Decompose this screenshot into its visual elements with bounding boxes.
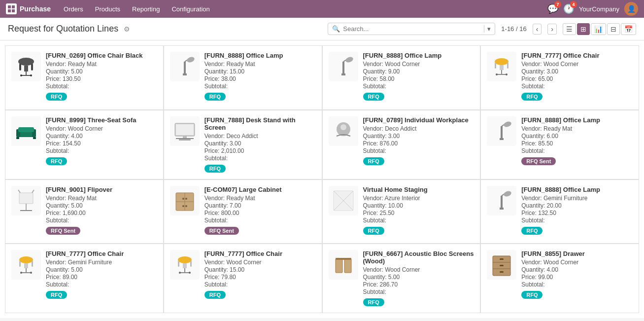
company-name[interactable]: YourCompany [579, 5, 619, 13]
search-bar: 🔍 ▾ [328, 23, 495, 35]
card-status-badge[interactable]: RFQ [46, 157, 67, 165]
nav-orders[interactable]: Orders [59, 2, 88, 16]
pagination-next-button[interactable]: › [547, 24, 557, 35]
product-card[interactable]: [E-COM07] Large Cabinet Vendor: Ready Ma… [164, 179, 322, 244]
card-body: [FURN_8888] Office Lamp Vendor: Gemini F… [521, 186, 633, 238]
card-vendor: Vendor: Azure Interior [363, 195, 475, 202]
product-card[interactable]: [FURN_7888] Desk Stand with Screen Vendo… [164, 110, 322, 179]
card-status-badge[interactable]: RFQ [521, 227, 542, 235]
nav-reporting[interactable]: Reporting [127, 2, 165, 16]
product-card[interactable]: [FURN_8855] Drawer Vendor: Wood Corner Q… [480, 244, 639, 313]
product-card[interactable]: [FURN_7777] Office Chair Vendor: Wood Co… [480, 45, 639, 110]
card-status-badge[interactable]: RFQ Sent [521, 157, 556, 165]
card-status-badge[interactable]: RFQ [204, 291, 226, 299]
card-status-badge[interactable]: RFQ [363, 298, 384, 306]
card-title: [FURN_0789] Individual Workplace [363, 116, 475, 124]
product-card[interactable]: [FURN_7777] Office Chair Vendor: Wood Co… [164, 244, 322, 313]
product-card[interactable]: [FURN_0269] Office Chair Black Vendor: R… [5, 45, 164, 110]
card-price: Price: 99.00 [521, 274, 633, 281]
card-subtotal: Subtotal: [204, 281, 316, 288]
card-vendor: Vendor: Ready Mat [204, 61, 316, 68]
messages-icon[interactable]: 💬 7 [547, 3, 558, 14]
card-subtotal: Subtotal: [204, 83, 316, 90]
svg-rect-70 [19, 261, 21, 267]
card-quantity: Quantity: 20.00 [521, 202, 633, 209]
card-status-badge[interactable]: RFQ [46, 291, 67, 299]
app-logo[interactable]: Purchase [6, 3, 51, 14]
card-price: Price: 58.00 [363, 75, 475, 82]
search-input[interactable] [343, 25, 484, 33]
svg-rect-82 [336, 258, 351, 260]
card-quantity: Quantity: 3.00 [204, 140, 316, 147]
nav-menu: Orders Products Reporting Configuration [59, 2, 547, 16]
svg-rect-80 [336, 259, 342, 273]
svg-rect-35 [176, 124, 194, 135]
product-card[interactable]: [FURN_8888] Office Lamp Vendor: Wood Cor… [322, 45, 481, 110]
product-card[interactable]: Virtual Home Staging Vendor: Azure Inter… [322, 179, 481, 244]
svg-rect-86 [500, 258, 504, 260]
sub-header: Request for Quotation Lines ⚙ 🔍 ▾ 1-16 /… [0, 18, 644, 40]
card-title: [FURN_8855] Drawer [521, 250, 633, 257]
card-status-badge[interactable]: RFQ [46, 93, 67, 101]
calendar-view-button[interactable]: 📅 [621, 23, 636, 35]
clock-icon[interactable]: 🕐 4 [563, 3, 574, 14]
card-status-badge[interactable]: RFQ Sent [204, 227, 239, 235]
product-card[interactable]: [FURN_8888] Office Lamp Vendor: Ready Ma… [164, 45, 322, 110]
card-title: Virtual Home Staging [363, 186, 475, 193]
table-view-button[interactable]: ⊟ [607, 23, 620, 35]
svg-rect-78 [178, 261, 179, 267]
product-card[interactable]: [FURN_0789] Individual Workplace Vendor:… [322, 110, 481, 179]
product-image [329, 186, 358, 215]
top-navigation: Purchase Orders Products Reporting Confi… [0, 0, 644, 18]
product-card[interactable]: [FURN_8888] Office Lamp Vendor: Gemini F… [480, 179, 639, 244]
pagination-prev-button[interactable]: ‹ [533, 24, 542, 35]
card-vendor: Vendor: Wood Corner [46, 125, 157, 132]
product-card[interactable]: [FURN_8888] Office Lamp Vendor: Ready Ma… [480, 110, 639, 179]
svg-point-55 [182, 205, 184, 207]
nav-configuration[interactable]: Configuration [167, 2, 214, 16]
card-status-badge[interactable]: RFQ [363, 93, 384, 101]
search-icon: 🔍 [332, 25, 340, 33]
product-card[interactable]: [FURN_6667] Acoustic Bloc Screens (Wood)… [322, 244, 481, 313]
card-quantity: Quantity: 15.00 [204, 68, 316, 75]
card-subtotal: Subtotal: [46, 217, 157, 224]
card-body: Virtual Home Staging Vendor: Azure Inter… [363, 186, 475, 238]
svg-rect-0 [8, 5, 11, 8]
svg-rect-13 [184, 62, 186, 74]
product-card[interactable]: [FURN_7777] Office Chair Vendor: Gemini … [5, 244, 164, 313]
card-subtotal: Subtotal: [521, 147, 633, 154]
user-avatar[interactable]: 👤 [624, 2, 638, 16]
nav-products[interactable]: Products [90, 2, 125, 16]
card-status-badge[interactable]: RFQ Sent [46, 227, 80, 235]
card-price: Price: 132.50 [521, 210, 633, 216]
product-image [170, 250, 200, 280]
svg-rect-42 [501, 126, 503, 139]
pagination-info: 1-16 / 16 [501, 25, 526, 33]
search-dropdown-button[interactable]: ▾ [484, 25, 491, 33]
svg-rect-17 [342, 62, 344, 74]
card-status-badge[interactable]: RFQ [521, 291, 542, 299]
card-body: [FURN_0789] Individual Workplace Vendor:… [363, 116, 475, 173]
svg-rect-2 [8, 9, 11, 12]
card-title: [FURN_0269] Office Chair Black [46, 52, 157, 59]
kanban-view-button[interactable]: ⊞ [577, 23, 590, 35]
card-status-badge[interactable]: RFQ [363, 157, 384, 165]
card-title: [FURN_7888] Desk Stand with Screen [204, 116, 316, 131]
svg-rect-71 [32, 261, 33, 267]
card-body: [FURN_9001] Flipover Vendor: Ready Mat Q… [46, 186, 157, 238]
card-status-badge[interactable]: RFQ [363, 227, 384, 235]
view-switcher: ☰ ⊞ 📊 ⊟ 📅 [563, 23, 636, 35]
card-title: [FURN_8888] Office Lamp [204, 52, 316, 59]
card-status-badge[interactable]: RFQ [204, 165, 226, 173]
card-subtotal: Subtotal: [521, 281, 633, 288]
svg-line-49 [32, 190, 34, 193]
product-card[interactable]: [FURN_9001] Flipover Vendor: Ready Mat Q… [5, 179, 164, 244]
card-status-badge[interactable]: RFQ [204, 93, 226, 101]
chart-view-button[interactable]: 📊 [591, 23, 606, 35]
settings-icon[interactable]: ⚙ [124, 25, 130, 33]
card-status-badge[interactable]: RFQ [521, 93, 542, 101]
svg-line-48 [18, 190, 20, 193]
svg-rect-37 [179, 139, 191, 141]
list-view-button[interactable]: ☰ [563, 23, 576, 35]
product-card[interactable]: [FURN_8999] Three-Seat Sofa Vendor: Wood… [5, 110, 164, 179]
